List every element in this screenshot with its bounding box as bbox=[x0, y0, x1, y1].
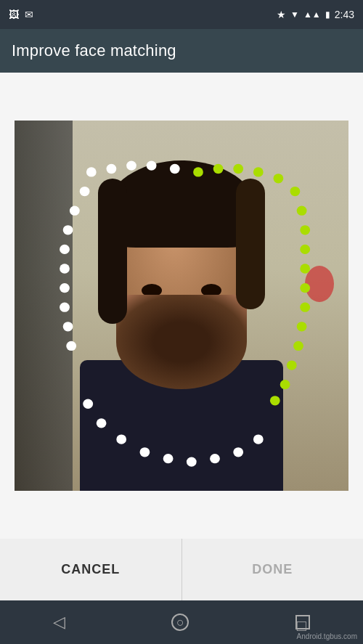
svg-point-2 bbox=[300, 225, 310, 235]
svg-point-26 bbox=[86, 167, 97, 176]
svg-point-1 bbox=[297, 206, 307, 216]
svg-point-30 bbox=[170, 164, 180, 174]
svg-point-27 bbox=[107, 164, 117, 174]
svg-point-39 bbox=[253, 434, 264, 444]
svg-point-7 bbox=[297, 322, 307, 331]
svg-point-18 bbox=[70, 206, 80, 216]
svg-point-10 bbox=[280, 380, 290, 389]
watermark-text: Android.tgbus.com bbox=[297, 632, 357, 640]
svg-point-4 bbox=[300, 264, 310, 273]
svg-point-11 bbox=[270, 396, 280, 405]
svg-point-28 bbox=[126, 160, 136, 170]
svg-point-32 bbox=[97, 418, 107, 428]
svg-point-31 bbox=[83, 399, 93, 409]
svg-point-12 bbox=[193, 167, 203, 176]
svg-point-22 bbox=[60, 283, 70, 293]
svg-point-3 bbox=[300, 245, 310, 254]
svg-point-0 bbox=[290, 187, 301, 196]
done-button[interactable]: DONE bbox=[182, 539, 364, 600]
svg-point-13 bbox=[213, 164, 224, 174]
time-display: 2:43 bbox=[335, 9, 354, 20]
page-title: Improve face matching bbox=[12, 41, 176, 60]
status-bar-left: 🖼 ✉ bbox=[9, 9, 33, 20]
svg-point-8 bbox=[293, 341, 303, 351]
svg-point-6 bbox=[300, 303, 310, 312]
svg-point-16 bbox=[274, 174, 284, 183]
svg-point-19 bbox=[63, 225, 73, 235]
status-bar: 🖼 ✉ ★ ▼ ▲▲ ▮ 2:43 bbox=[0, 0, 363, 29]
svg-point-20 bbox=[60, 245, 70, 254]
face-image-container bbox=[15, 121, 348, 491]
svg-point-17 bbox=[80, 187, 90, 196]
button-area: CANCEL DONE bbox=[0, 539, 363, 600]
gmail-icon: ✉ bbox=[25, 9, 33, 20]
face-tracking-overlay bbox=[15, 121, 348, 491]
svg-point-36 bbox=[187, 457, 197, 466]
nav-bar: ◁ ○ □ Android.tgbus.com bbox=[0, 600, 363, 644]
signal-icon: ▲▲ bbox=[303, 9, 321, 20]
svg-point-15 bbox=[253, 167, 264, 176]
svg-point-37 bbox=[210, 454, 220, 463]
back-nav-icon[interactable]: ◁ bbox=[53, 613, 65, 632]
svg-point-23 bbox=[60, 303, 70, 312]
cancel-button[interactable]: CANCEL bbox=[0, 539, 182, 600]
home-nav-icon[interactable]: ○ bbox=[171, 614, 189, 631]
svg-point-24 bbox=[63, 322, 73, 331]
svg-point-34 bbox=[140, 447, 150, 457]
recent-nav-icon[interactable]: □ bbox=[295, 615, 310, 629]
star-icon: ★ bbox=[277, 9, 286, 20]
wifi-icon: ▼ bbox=[290, 9, 299, 20]
svg-point-25 bbox=[66, 341, 76, 351]
svg-point-38 bbox=[233, 447, 243, 457]
svg-point-5 bbox=[300, 283, 310, 293]
svg-point-9 bbox=[287, 360, 297, 370]
image-icon: 🖼 bbox=[9, 9, 19, 20]
svg-point-14 bbox=[233, 164, 243, 174]
status-bar-right: ★ ▼ ▲▲ ▮ 2:43 bbox=[277, 9, 354, 20]
svg-point-35 bbox=[163, 454, 174, 463]
svg-point-33 bbox=[116, 434, 126, 444]
title-bar: Improve face matching bbox=[0, 29, 363, 73]
svg-point-21 bbox=[60, 264, 70, 273]
svg-point-29 bbox=[147, 160, 157, 170]
main-content bbox=[0, 73, 363, 539]
battery-icon: ▮ bbox=[325, 9, 330, 20]
